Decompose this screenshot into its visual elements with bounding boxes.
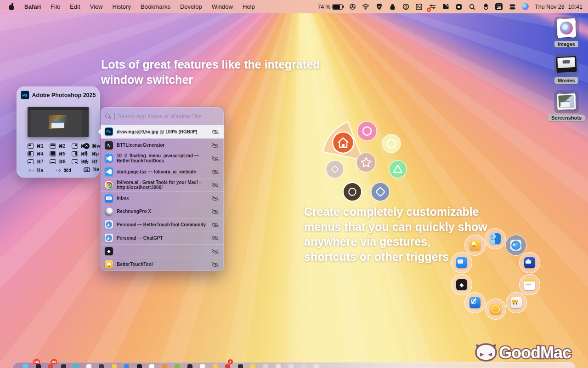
siri-icon[interactable] <box>522 3 529 10</box>
ring-item-safari[interactable] <box>505 235 526 256</box>
tidal-icon: ◈ <box>456 279 467 290</box>
chrome-icon <box>105 181 113 189</box>
star-icon: ☆ <box>84 159 89 165</box>
menu-item-develop[interactable]: Develop <box>180 3 202 10</box>
ring-item-delivery-van[interactable] <box>506 292 527 313</box>
window-switcher-preview-panel: Ps Adobe Photoshop 2025 ⌘1 ⌘2 ⌘3 ⌘4 ⌘5 ⌘… <box>17 86 100 178</box>
menu-item-history[interactable]: History <box>112 3 130 10</box>
bettertouchtool-menu-icon[interactable] <box>509 3 516 11</box>
battery-percent: 74 % <box>318 4 330 10</box>
menu-bar: Safari File Edit View History Bookmarks … <box>0 0 588 13</box>
ring-item-bettertouchtool[interactable] <box>464 235 486 256</box>
window-list-item[interactable]: folivora.ai - Great Tools for your Mac! … <box>101 178 224 191</box>
eye-off-icon[interactable] <box>212 182 219 189</box>
window-list-item[interactable]: BetterTouchTool <box>101 258 224 271</box>
notion-icon[interactable] <box>415 3 423 11</box>
stack-label: Movies <box>554 77 578 84</box>
window-list-item[interactable]: Inbox <box>101 191 224 205</box>
ring-item-mail[interactable] <box>451 252 472 273</box>
window-list-item[interactable]: Ps drawings@0,5x.jpg @ 100% (RGB/8*) <box>101 125 224 138</box>
eye-off-icon[interactable] <box>212 142 219 149</box>
timer-icon[interactable] <box>402 3 409 11</box>
window-list-item[interactable]: start.page.tsx — folivora_ai_website <box>101 165 224 178</box>
menu-clock[interactable]: Thu Nov 28 10:41 <box>535 4 582 10</box>
dock[interactable]: 118 102 1 <box>13 362 575 368</box>
window-list-item[interactable]: ◈ <box>101 244 224 258</box>
window-list-item[interactable]: RechnungPro X <box>101 205 224 218</box>
radial-item-rounded-square[interactable] <box>382 134 401 153</box>
shortcut-window-top-left[interactable]: ⌘1 <box>28 144 44 149</box>
radial-item-star[interactable] <box>356 153 376 172</box>
desktop-stack-screenshots[interactable]: Screenshots <box>549 90 584 121</box>
menu-item-file[interactable]: File <box>51 3 60 10</box>
radial-item-thin-diamond[interactable] <box>326 161 344 178</box>
menu-item-window[interactable]: Window <box>212 3 233 10</box>
window-left-half-icon <box>28 151 34 156</box>
radial-item-diamond[interactable] <box>371 183 390 201</box>
spotlight-search-icon[interactable] <box>469 3 476 11</box>
eye-off-icon[interactable] <box>212 221 219 228</box>
shortcut-window-bottom-half[interactable]: ⌘8 <box>50 159 66 164</box>
parallels-icon[interactable] <box>349 3 356 11</box>
shortcut-window-bottom-left[interactable]: ⌘7 <box>28 159 44 164</box>
adguard-shield-icon[interactable] <box>375 3 383 11</box>
eye-off-icon[interactable] <box>212 261 219 268</box>
btt-sliders-icon[interactable]: 2 <box>429 3 436 11</box>
radial-item-triangle[interactable] <box>389 161 407 178</box>
shortcut-pin-window[interactable]: ⌘p <box>84 151 99 157</box>
shortcut-window-full[interactable]: ⌘5 <box>50 151 66 156</box>
ring-item-tidal[interactable]: ◈ <box>451 274 472 295</box>
ring-item-mail-open[interactable] <box>519 252 540 273</box>
radial-item-octagon[interactable] <box>343 183 362 201</box>
window-list-item[interactable]: 10_2_floating_menu_javascript.md — Bette… <box>101 152 224 165</box>
eye-off-icon[interactable] <box>212 155 219 162</box>
battery-status[interactable]: 74 % <box>318 4 343 10</box>
shortcut-next-window[interactable]: ⇨ ⌘d <box>56 167 71 173</box>
shortcut-window-left-half[interactable]: ⌘4 <box>28 151 44 156</box>
shortcuts-icon[interactable] <box>482 3 489 11</box>
thumbnail-toolbar <box>28 110 31 137</box>
menu-item-bookmarks[interactable]: Bookmarks <box>141 3 170 10</box>
menu-item-view[interactable]: View <box>90 3 103 10</box>
window-list-item[interactable]: ∿ BTTLicenseGenerator <box>101 138 224 152</box>
ring-item-xcode[interactable] <box>464 292 486 313</box>
shortcut-screenshot-window[interactable]: ⌘e <box>84 167 100 172</box>
window-bottom-left-icon <box>28 159 34 164</box>
calendar-icon[interactable]: THU 28 <box>495 3 503 10</box>
eye-off-icon[interactable] <box>212 168 219 175</box>
eye-off-icon[interactable] <box>212 208 219 215</box>
headline-line: menus that you can quickly show <box>304 219 487 235</box>
ring-item-whatsapp[interactable] <box>485 299 506 320</box>
wifi-icon[interactable] <box>362 3 369 11</box>
window-bottom-half-icon <box>50 159 56 164</box>
goodmac-logo: GoodMac <box>472 339 587 365</box>
search-input[interactable]: Search App Name or Window Title <box>101 107 224 125</box>
radial-item-home[interactable] <box>333 132 354 153</box>
menu-item-help[interactable]: Help <box>243 3 255 10</box>
eye-off-icon[interactable] <box>212 235 219 242</box>
zoom-app-icon[interactable] <box>455 3 463 11</box>
desktop-stack-images[interactable]: Images <box>549 17 584 47</box>
shortcut-favorite-window[interactable]: ☆ ⌘f <box>84 159 97 165</box>
mail-icon <box>456 257 467 268</box>
eye-off-icon[interactable] <box>212 128 219 135</box>
ring-item-finder[interactable] <box>485 228 506 249</box>
menu-app-name[interactable]: Safari <box>24 3 41 10</box>
ring-item-notes[interactable] <box>519 274 540 295</box>
window-list-item[interactable]: Personal — BetterTouchTool Community <box>101 218 224 231</box>
eye-off-icon[interactable] <box>212 248 219 255</box>
apple-menu-icon[interactable] <box>9 3 15 10</box>
radial-item-circle[interactable] <box>357 121 377 141</box>
window-thumbnail[interactable] <box>28 107 89 137</box>
shortcut-close-window[interactable]: × ⌘w <box>84 143 100 149</box>
shortcut-previous-window[interactable]: ⇦ ⌘a <box>28 167 43 173</box>
home-icon-door <box>342 144 345 147</box>
shortcut-window-top-half[interactable]: ⌘2 <box>50 144 66 149</box>
desktop-stack-movies[interactable]: Movies <box>549 53 584 84</box>
menu-item-edit[interactable]: Edit <box>70 3 80 10</box>
window-list-item[interactable]: Personal — ChatGPT <box>101 231 224 244</box>
eye-off-icon[interactable] <box>212 195 219 201</box>
dropbox-folder-icon[interactable] <box>442 3 449 11</box>
menu-time: 10:41 <box>568 4 582 10</box>
keychain-icon[interactable] <box>389 3 396 11</box>
